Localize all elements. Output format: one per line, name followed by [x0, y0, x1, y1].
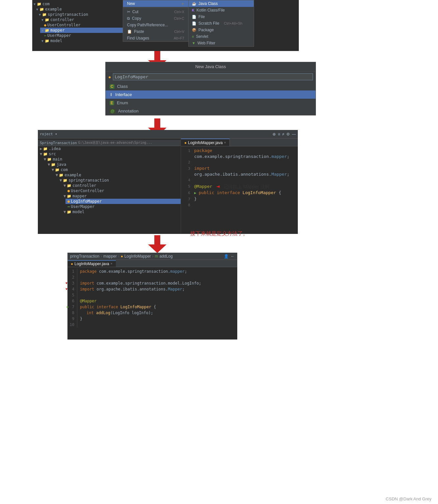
context-menu-sep1 [123, 8, 188, 8]
java-folder-icon: 📁 [51, 163, 56, 167]
arrow-3 [147, 235, 167, 253]
submenu-scratch-file[interactable]: 📄 Scratch File Ctrl+Alt+Sh [189, 20, 254, 27]
breadcrumb-nav-icon[interactable]: ← [231, 254, 235, 259]
dialog-item-interface[interactable]: I Interface [106, 90, 316, 99]
context-menu: New ✂ Cut Ctrl+X ⧉ Copy Ctrl+C [123, 0, 189, 42]
tab-close-btn[interactable]: × [224, 141, 226, 144]
ps-main: ▼ 📁 main [42, 157, 181, 162]
context-menu-find-usages[interactable]: Find Usages Alt+F7 [123, 35, 188, 41]
ide-toolbar-3: roject ▾ ⊕ ≡ ≠ ⚙ — [38, 130, 298, 139]
toolbar-icon-settings[interactable]: ⚙ [286, 132, 290, 137]
code-line-3: 3 import org.apache.ibatis.annotations.M… [181, 165, 298, 177]
annotation-item-icon: @ [110, 109, 116, 113]
dialog-item-annotation[interactable]: @ Annotation [106, 107, 316, 115]
csdn-footer: CSDN @Dark And Grey [386, 496, 431, 501]
tab-interface-icon: ● [184, 140, 187, 145]
controller-folder-icon: 📁 [67, 184, 71, 188]
submenu-web-filter[interactable]: ▼ Web Filter [189, 40, 254, 46]
main-folder-icon: 📁 [47, 157, 52, 162]
tab-loginfomapper-5[interactable]: ● LogInfoMapper.java × [67, 260, 116, 267]
code-editor-5: 1 2 ▼3 ▼4 5 6 ▶7 8 9 10 package com.exam… [67, 267, 237, 340]
usercontroller-icon: ● [67, 189, 70, 193]
ps-usercontroller2: ● UserController [65, 188, 181, 193]
ps-src: ▼ 📁 src [38, 151, 181, 157]
submenu-java-class[interactable]: ☕ Java Class [189, 0, 254, 7]
servlet-icon: ≡ [192, 35, 194, 38]
tree-item-model: ▼ 📁 model [40, 38, 123, 43]
s5-line-2 [80, 274, 237, 280]
package-icon: 📦 [192, 28, 196, 32]
cut-icon: ✂ [127, 10, 130, 14]
s5-line-6: @Mapper [80, 298, 237, 304]
project-panel-header: SpringTransaction G:\Java语言\java-ee-adva… [38, 140, 181, 146]
folder-icon-com: 📁 [37, 2, 41, 6]
code-line-2: 2 [181, 160, 298, 165]
context-menu-paste[interactable]: 📋 Paste Ctrl+V [123, 28, 188, 35]
class-item-icon: C [110, 84, 115, 89]
src-folder-icon: 📁 [43, 152, 48, 156]
submenu-servlet[interactable]: ≡ Servlet [189, 33, 254, 40]
project-sidebar-3: SpringTransaction G:\Java语言\java-ee-adva… [38, 139, 181, 234]
tab-bar-5: ● LogInfoMapper.java × [67, 260, 237, 267]
mapper-folder-icon2: 📁 [67, 194, 71, 198]
mapper-annotation-arrow: ◄ [216, 183, 220, 189]
dialog-item-enum[interactable]: E Enum [106, 99, 316, 107]
toolbar-icon-minimize[interactable]: — [292, 132, 296, 137]
line-numbers-5: 1 2 ▼3 ▼4 5 6 ▶7 8 9 10 [67, 268, 77, 328]
s5-line-10 [80, 322, 237, 328]
tree-item-usermapper: ↔ UserMapper [43, 33, 123, 38]
toolbar-icon-filter[interactable]: ≠ [282, 132, 284, 137]
project-tree-1: ▼ 📁 com ▼ 📁 example ▼ 📁 springtransactio… [32, 0, 123, 51]
ps-com: ▼ 📁 com [50, 167, 181, 172]
context-menu-new[interactable]: New [123, 0, 188, 7]
breadcrumb-method-icon: m [155, 254, 158, 259]
ps-example2: ▼ 📁 example [54, 172, 181, 178]
enum-item-icon: E [110, 101, 114, 105]
toolbar-icon-list[interactable]: ≡ [278, 132, 280, 137]
folder-icon-model: 📁 [45, 39, 49, 43]
dialog-name-input[interactable] [113, 73, 313, 80]
tab-bar-3: ● LogInfoMapper.java × [181, 139, 298, 146]
code-line-6: 6 ▶ public interface LogInfoMapper { [181, 190, 298, 196]
submenu-new: ☕ Java Class K Kotlin Class/File 📄 File … [188, 0, 254, 47]
tab-close-5[interactable]: × [111, 262, 113, 265]
ps-mapper2: ▼ 📁 mapper [62, 193, 181, 199]
code-editor-3: 1 package com.example.springtransaction.… [181, 146, 298, 234]
s5-line-7: public interface LogInfoMapper { [80, 304, 237, 310]
ps-springtransaction: ▼ 📁 springtransaction [58, 178, 181, 183]
folder-icon-controller: 📁 [45, 18, 49, 22]
toolbar-icon-sync[interactable]: ⊕ [272, 132, 276, 137]
context-menu-cut[interactable]: ✂ Cut Ctrl+X [123, 9, 188, 15]
submenu-kotlin-class[interactable]: K Kotlin Class/File [189, 7, 254, 13]
ps-loginfomapper[interactable]: ● LogInfoMapper [65, 199, 181, 204]
tree-item-springtransaction: ▼ 📁 springtransaction [38, 12, 123, 17]
tree-item-mapper[interactable]: ▼ 📁 mapper [40, 28, 123, 33]
dialog-item-class[interactable]: C Class [106, 82, 316, 90]
copy-icon: ⧉ [127, 16, 130, 21]
kotlin-icon: K [192, 8, 194, 12]
tree-item-controller: ▼ 📁 controller [40, 17, 123, 22]
paste-icon: 📋 [127, 29, 132, 34]
context-menu-copy-path[interactable]: Copy Path/Reference... [123, 22, 188, 28]
ide-main-3: SpringTransaction G:\Java语言\java-ee-adva… [38, 139, 298, 234]
submenu-package[interactable]: 📦 Package [189, 27, 254, 33]
usermapper-icon2: ↔ [67, 204, 70, 209]
folder-icon-mapper: 📁 [45, 28, 49, 33]
ps-controller2: ▼ 📁 controller [62, 183, 181, 188]
mapper-icon-usermapper: ↔ [44, 34, 46, 38]
editor-panel-3: ● LogInfoMapper.java × 1 package com.exa… [181, 139, 298, 234]
mapper-annotation-note: 记得加上 Mapper 注解 [223, 184, 269, 189]
ps-model: ▼ 📁 model [62, 209, 181, 214]
scratch-file-icon: 📄 [192, 21, 196, 26]
section4-text: 接下来就是定义方法了。 [0, 230, 438, 237]
breadcrumb-interface-icon: ● [121, 254, 123, 259]
context-menu-copy[interactable]: ⧉ Copy Ctrl+C [123, 15, 188, 22]
tab-loginfomapper[interactable]: ● LogInfoMapper.java × [181, 139, 230, 146]
java-class-icon: ☕ [192, 2, 196, 6]
folder-icon-spring: 📁 [42, 13, 47, 17]
tree-item-com: ▼ 📁 com [32, 1, 123, 7]
breadcrumb-user-icon[interactable]: 👤 [224, 254, 229, 259]
model-folder-icon: 📁 [67, 210, 71, 214]
submenu-file[interactable]: 📄 File [189, 13, 254, 20]
tree-item-example: ▼ 📁 example [35, 7, 123, 12]
